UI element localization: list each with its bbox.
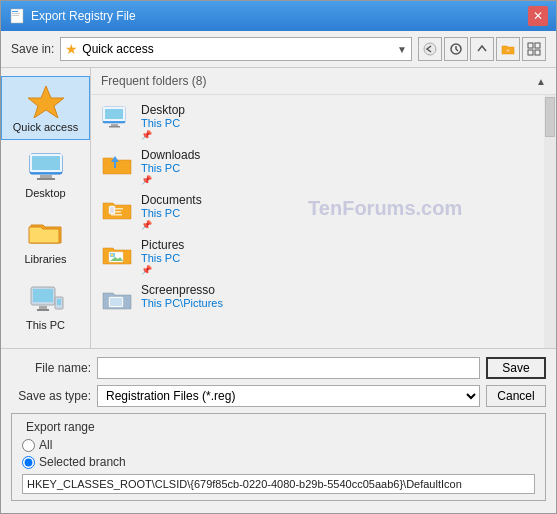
folder-icon-desktop [101, 103, 133, 135]
folder-item-screenpresso[interactable]: Screenpresso This PC\Pictures [91, 279, 544, 319]
folder-name-desktop: Desktop [141, 103, 185, 117]
desktop-nav-icon [26, 149, 66, 185]
collapse-button[interactable]: ▲ [536, 76, 546, 87]
folder-item-downloads[interactable]: Downloads This PC 📌 [91, 144, 544, 189]
radio-selected[interactable] [22, 456, 35, 469]
radio-all-label: All [39, 438, 52, 452]
filename-row: File name: Save [11, 357, 546, 379]
folder-info-pictures: Pictures This PC 📌 [141, 238, 184, 275]
close-button[interactable]: ✕ [528, 6, 548, 26]
folder-pin-pictures: 📌 [141, 265, 184, 275]
radio-all[interactable] [22, 439, 35, 452]
svg-rect-10 [535, 50, 540, 55]
svg-rect-22 [57, 299, 61, 305]
radio-selected-label: Selected branch [39, 455, 126, 469]
quick-access-nav-icon [26, 83, 66, 119]
toolbar-actions: + [418, 37, 546, 61]
savetype-row: Save as type: Registration Files (*.reg)… [11, 385, 546, 407]
radio-row-selected: Selected branch [22, 455, 535, 469]
branch-input[interactable] [22, 474, 535, 494]
folders-header-text: Frequent folders (8) [101, 74, 206, 88]
svg-rect-9 [528, 50, 533, 55]
filename-label: File name: [11, 361, 91, 375]
svg-rect-14 [40, 175, 52, 178]
main-area: Quick access Desktop [1, 68, 556, 348]
title-bar: Export Registry File ✕ [1, 1, 556, 31]
save-in-combo[interactable]: ★ Quick access ▼ [60, 37, 412, 61]
export-range-title: Export range [22, 420, 99, 434]
folder-icon-downloads [101, 148, 133, 180]
up-button[interactable] [470, 37, 494, 61]
folder-info-desktop: Desktop This PC 📌 [141, 103, 185, 140]
savetype-label: Save as type: [11, 389, 91, 403]
svg-rect-2 [12, 13, 20, 14]
save-in-value: Quick access [82, 42, 393, 56]
savetype-select[interactable]: Registration Files (*.reg) [97, 385, 480, 407]
folder-pin-desktop: 📌 [141, 130, 185, 140]
save-button[interactable]: Save [486, 357, 546, 379]
folder-name-pictures: Pictures [141, 238, 184, 252]
folder-name-screenpresso: Screenpresso [141, 283, 223, 297]
folder-sub-documents: This PC [141, 207, 202, 219]
bottom-section: File name: Save Save as type: Registrati… [1, 348, 556, 513]
scroll-thumb[interactable] [545, 97, 555, 137]
folders-header: Frequent folders (8) ▲ [91, 68, 556, 95]
folder-name-downloads: Downloads [141, 148, 200, 162]
svg-text:+: + [506, 47, 510, 53]
svg-rect-18 [33, 289, 53, 302]
nav-item-desktop[interactable]: Desktop [1, 142, 90, 206]
svg-rect-16 [32, 156, 60, 170]
svg-rect-48 [110, 298, 122, 306]
filename-input[interactable] [97, 357, 480, 379]
folder-pin-downloads: 📌 [141, 175, 200, 185]
folder-pin-documents: 📌 [141, 220, 202, 230]
nav-item-libraries[interactable]: Libraries [1, 208, 90, 272]
nav-item-quick-access[interactable]: Quick access [1, 76, 90, 140]
nav-label-libraries: Libraries [24, 253, 66, 265]
save-in-toolbar: Save in: ★ Quick access ▼ + [1, 31, 556, 68]
folder-sub-downloads: This PC [141, 162, 200, 174]
export-range-group: Export range All Selected branch [11, 413, 546, 501]
svg-rect-3 [12, 15, 19, 16]
folder-info-downloads: Downloads This PC 📌 [141, 148, 200, 185]
nav-item-thispc[interactable]: This PC [1, 274, 90, 338]
folder-item-documents[interactable]: Documents This PC 📌 [91, 189, 544, 234]
folder-item-desktop[interactable]: Desktop This PC 📌 [91, 99, 544, 144]
cancel-button[interactable]: Cancel [486, 385, 546, 407]
svg-rect-19 [39, 306, 47, 309]
svg-rect-15 [37, 178, 55, 180]
folders-right: Desktop This PC 📌 [91, 95, 556, 348]
svg-rect-8 [535, 43, 540, 48]
export-registry-dialog: Export Registry File ✕ Save in: ★ Quick … [0, 0, 557, 514]
folder-sub-pictures: This PC [141, 252, 184, 264]
quick-access-icon: ★ [65, 41, 78, 57]
svg-rect-35 [109, 126, 120, 128]
folder-icon-pictures [101, 238, 133, 270]
dialog-title: Export Registry File [31, 9, 136, 23]
new-folder-button[interactable]: + [496, 37, 520, 61]
folder-sub-screenpresso: This PC\Pictures [141, 297, 223, 309]
folder-item-pictures[interactable]: Pictures This PC 📌 [91, 234, 544, 279]
svg-marker-11 [28, 86, 64, 118]
nav-label-thispc: This PC [26, 319, 65, 331]
radio-row-all: All [22, 438, 535, 452]
libraries-nav-icon [26, 215, 66, 251]
scrollbar[interactable] [544, 95, 556, 348]
recent-button[interactable] [444, 37, 468, 61]
dialog-icon [9, 8, 25, 24]
svg-rect-20 [37, 309, 49, 311]
svg-rect-7 [528, 43, 533, 48]
folder-sub-desktop: This PC [141, 117, 185, 129]
left-nav-panel: Quick access Desktop [1, 68, 91, 348]
right-panel: TenForums.com Frequent folders (8) ▲ [91, 68, 556, 348]
nav-item-network[interactable]: Network [1, 340, 90, 348]
folder-icon-screenpresso [101, 283, 133, 315]
svg-point-45 [111, 254, 113, 256]
save-in-label: Save in: [11, 42, 54, 56]
folders-list: Desktop This PC 📌 [91, 95, 544, 348]
views-button[interactable] [522, 37, 546, 61]
back-button[interactable] [418, 37, 442, 61]
nav-label-quick-access: Quick access [13, 121, 78, 133]
title-bar-left: Export Registry File [9, 8, 136, 24]
folder-name-documents: Documents [141, 193, 202, 207]
